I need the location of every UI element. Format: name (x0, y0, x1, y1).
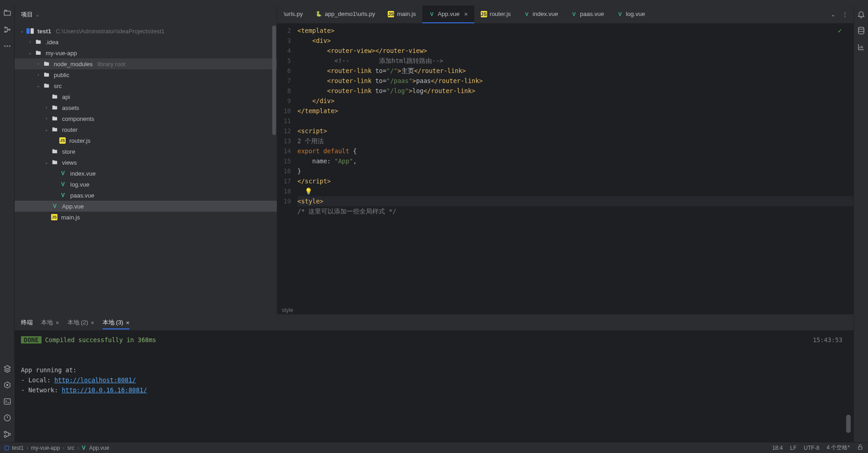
tree-item-paas-vue[interactable]: Vpaas.vue (15, 190, 277, 201)
tree-item-main-js[interactable]: JSmain.js (15, 212, 277, 223)
project-panel: 项目 ⌄ ⌄test1C:\Users\Administrator\IdeaPr… (15, 5, 277, 314)
folder-icon (51, 115, 58, 122)
notifications-icon[interactable] (857, 10, 865, 18)
module-icon (5, 446, 9, 450)
tab-paas-vue[interactable]: Vpaas.vue (564, 5, 610, 23)
database-icon[interactable] (857, 26, 865, 35)
vue-icon: V (59, 192, 67, 199)
svg-point-5 (9, 46, 10, 47)
svg-point-1 (5, 31, 6, 32)
terminal-tab-----3-[interactable]: 本地 (3)× (103, 318, 130, 329)
tree-item-store[interactable]: store (15, 146, 277, 157)
terminal-panel: 终端 本地×本地 (2)×本地 (3)× 15:43:53 DONE Compi… (15, 314, 853, 442)
svg-point-9 (4, 431, 6, 433)
tree-item-my-vue-app[interactable]: ⌄my-vue-app (15, 47, 277, 58)
vue-icon: V (59, 170, 67, 177)
tree-item-assets[interactable]: ›assets (15, 102, 277, 113)
vue-icon: V (429, 11, 435, 17)
gutter: 2345678910111213141516171819 (277, 24, 296, 306)
svg-rect-13 (858, 447, 862, 449)
kebab-menu-icon[interactable]: ⋮ (842, 11, 848, 18)
compile-msg: Compiled successfully in 368ms (42, 336, 156, 344)
breadcrumb-item[interactable]: src (67, 445, 74, 451)
tree-item-router[interactable]: ⌄router (15, 124, 277, 135)
status-bar: test1 › my-vue-app › src › VApp.vue 18:4… (0, 442, 868, 453)
tree-item-src[interactable]: ⌄src (15, 80, 277, 91)
line-separator[interactable]: LF (790, 445, 796, 451)
terminal-output[interactable]: 15:43:53 DONE Compiled successfully in 3… (15, 330, 853, 442)
more-tool-icon[interactable] (3, 42, 11, 50)
svg-point-4 (6, 46, 8, 47)
breadcrumb-item[interactable]: my-vue-app (31, 445, 60, 451)
terminal-tool-icon[interactable] (3, 397, 11, 406)
editor-breadcrumb[interactable]: style (277, 306, 853, 314)
terminal-label: 终端 (21, 318, 33, 327)
tab-main-js[interactable]: JSmain.js (381, 5, 422, 23)
readonly-icon[interactable] (857, 444, 863, 452)
terminal-scrollbar[interactable] (846, 415, 851, 433)
folder-icon (51, 104, 58, 111)
tab--urls-py[interactable]: \urls.py (277, 5, 309, 23)
problems-icon[interactable] (3, 414, 11, 422)
close-icon[interactable]: × (464, 10, 468, 18)
vue-icon: V (82, 445, 85, 451)
inspection-ok-icon[interactable]: ✓ (837, 27, 842, 34)
services-icon[interactable] (3, 381, 11, 389)
tree-scrollbar[interactable] (272, 26, 276, 135)
tab-app-demo1-urls-py[interactable]: 🐍app_demo1\urls.py (309, 5, 382, 23)
chart-icon[interactable] (857, 43, 865, 51)
structure-icon[interactable] (3, 26, 11, 34)
folder-icon (51, 93, 58, 100)
tree-item-router-js[interactable]: JSrouter.js (15, 135, 277, 146)
tree-item--idea[interactable]: ›.idea (15, 36, 277, 47)
vue-icon: V (617, 11, 623, 17)
project-tree: ⌄test1C:\Users\Administrator\IdeaProject… (15, 24, 277, 314)
vcs-icon[interactable] (3, 430, 11, 438)
close-icon[interactable]: × (91, 319, 94, 326)
js-icon: JS (481, 11, 487, 17)
terminal-timestamp: 15:43:53 (813, 335, 842, 345)
close-icon[interactable]: × (126, 319, 130, 326)
svg-point-6 (6, 385, 8, 386)
editor-panel: \urls.py🐍app_demo1\urls.pyJSmain.jsVApp.… (277, 5, 853, 314)
svg-point-11 (8, 433, 10, 436)
encoding[interactable]: UTF-8 (804, 445, 819, 451)
tree-item-log-vue[interactable]: Vlog.vue (15, 179, 277, 190)
breadcrumb-item[interactable]: App.vue (89, 445, 109, 451)
caret-position[interactable]: 18:4 (772, 445, 783, 451)
code-editor[interactable]: ✓ 2345678910111213141516171819 <template… (277, 24, 853, 306)
svg-point-10 (4, 435, 6, 437)
tree-item-app-vue[interactable]: VApp.vue (15, 201, 277, 212)
tree-root[interactable]: ⌄test1C:\Users\Administrator\IdeaProject… (15, 26, 277, 36)
terminal-tab---[interactable]: 本地× (41, 318, 59, 327)
main-area: 项目 ⌄ ⌄test1C:\Users\Administrator\IdeaPr… (0, 5, 868, 442)
project-tool-icon[interactable] (3, 9, 11, 17)
indent[interactable]: 4 个空格* (826, 444, 850, 452)
terminal-tab-----2-[interactable]: 本地 (2)× (68, 318, 94, 327)
project-header[interactable]: 项目 ⌄ (15, 5, 277, 24)
svg-point-3 (4, 46, 5, 47)
tree-item-views[interactable]: ⌄views (15, 157, 277, 168)
chevron-down-icon[interactable]: ⌄ (831, 11, 836, 18)
tab-router-js[interactable]: JSrouter.js (474, 5, 517, 23)
network-url-link[interactable]: http://10.0.16.16:8081/ (62, 386, 147, 394)
svg-point-12 (858, 27, 864, 30)
folder-icon (35, 38, 42, 46)
tree-item-api[interactable]: api (15, 91, 277, 102)
python-icon: 🐍 (316, 11, 322, 17)
tab-index-vue[interactable]: Vindex.vue (517, 5, 565, 23)
svg-point-2 (9, 29, 10, 31)
tree-item-public[interactable]: ›public (15, 69, 277, 80)
breadcrumb-item[interactable]: test1 (12, 445, 24, 451)
tree-item-node-modules[interactable]: ›node_moduleslibrary root (15, 58, 277, 69)
layers-icon[interactable] (3, 364, 11, 373)
local-url-link[interactable]: http://localhost:8081/ (54, 376, 136, 384)
close-icon[interactable]: × (56, 319, 59, 326)
tab-app-vue[interactable]: VApp.vue× (422, 5, 474, 23)
tree-item-index-vue[interactable]: Vindex.vue (15, 168, 277, 179)
code-content[interactable]: <template> <div> <router-view></router-v… (296, 24, 853, 306)
breadcrumb[interactable]: test1 › my-vue-app › src › VApp.vue (5, 445, 109, 451)
tab-log-vue[interactable]: Vlog.vue (610, 5, 651, 23)
js-icon: JS (59, 137, 66, 144)
tree-item-components[interactable]: ›components (15, 113, 277, 124)
